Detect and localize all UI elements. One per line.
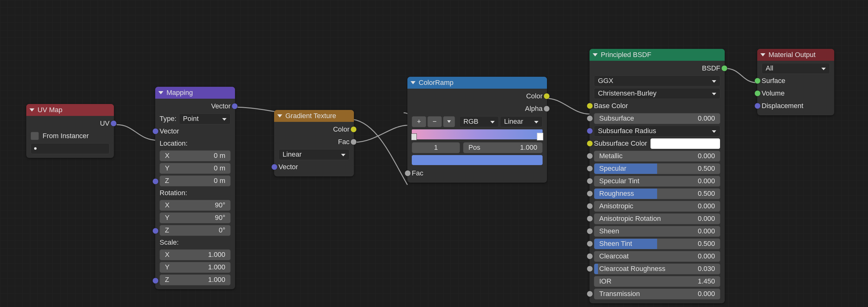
socket-in[interactable] <box>587 115 593 121</box>
socket-in[interactable] <box>587 228 593 234</box>
bsdf-specular[interactable]: Specular0.500 <box>594 163 720 174</box>
bsdf-subsurface-color-swatch[interactable] <box>650 138 720 149</box>
socket-scale[interactable] <box>152 278 159 284</box>
bsdf-roughness[interactable]: Roughness0.500 <box>594 188 720 199</box>
socket-in-vector[interactable] <box>152 128 159 134</box>
rot-z[interactable]: Z0° <box>160 225 230 236</box>
socket-in[interactable] <box>587 128 593 134</box>
socket-out-alpha[interactable] <box>544 106 550 112</box>
mapping-in-vector[interactable]: Vector <box>155 125 235 138</box>
ramp-interp-select[interactable]: Linear <box>500 116 542 127</box>
gradient-type-select[interactable]: Linear <box>278 149 349 160</box>
socket-out-bsdf[interactable] <box>721 65 727 72</box>
checkbox-from-instancer[interactable] <box>31 132 39 140</box>
colorramp-out-color[interactable]: Color <box>407 90 547 103</box>
socket-out-color[interactable] <box>350 126 357 133</box>
mapping-out-vector[interactable]: Vector <box>155 100 235 112</box>
socket-out-color[interactable] <box>544 93 550 99</box>
socket-in[interactable] <box>587 253 593 259</box>
colorramp-header[interactable]: ColorRamp <box>407 77 547 89</box>
output-target-select[interactable]: All <box>762 63 830 74</box>
socket-in[interactable] <box>587 165 593 172</box>
ramp-add-button[interactable]: + <box>412 116 426 127</box>
bsdf-specular-tint[interactable]: Specular Tint0.000 <box>594 176 720 187</box>
collapse-icon[interactable] <box>593 53 598 56</box>
bsdf-clearcoat[interactable]: Clearcoat0.000 <box>594 251 720 262</box>
socket-in[interactable] <box>587 216 593 222</box>
socket-displacement[interactable] <box>754 103 761 109</box>
gradient-out-color[interactable]: Color <box>274 123 354 136</box>
ramp-del-button[interactable]: − <box>427 116 442 127</box>
ramp-gradient[interactable] <box>412 130 542 139</box>
socket-location[interactable] <box>152 178 159 185</box>
collapse-icon[interactable] <box>761 53 765 56</box>
node-bsdf[interactable]: Principled BSDF BSDF GGX Christensen-Bur… <box>590 49 725 303</box>
socket-in[interactable] <box>587 153 593 159</box>
socket-out-vector[interactable] <box>231 103 238 109</box>
gradient-in-vector[interactable]: Vector <box>274 161 354 173</box>
scale-y[interactable]: Y1.000 <box>160 262 230 273</box>
output-header[interactable]: Material Output <box>757 49 834 61</box>
bsdf-out[interactable]: BSDF <box>590 62 725 75</box>
socket-in-fac[interactable] <box>405 170 411 176</box>
bsdf-anisotropic-rotation[interactable]: Anisotropic Rotation0.000 <box>594 213 720 224</box>
ramp-stop-0[interactable] <box>411 134 417 140</box>
uvmap-header[interactable]: UV Map <box>26 104 114 116</box>
ramp-pos[interactable]: Pos1.000 <box>463 142 542 153</box>
colorramp-in-fac[interactable]: Fac <box>407 167 547 179</box>
ramp-mode-select[interactable]: RGB <box>459 116 499 127</box>
bsdf-sheen-tint[interactable]: Sheen Tint0.500 <box>594 239 720 249</box>
socket-in[interactable] <box>587 191 593 197</box>
node-gradient[interactable]: Gradient Texture Color Fac Linear Vector <box>274 110 354 176</box>
bsdf-metallic[interactable]: Metallic0.000 <box>594 151 720 162</box>
socket-in[interactable] <box>587 140 593 147</box>
rot-x[interactable]: X90° <box>160 200 230 211</box>
rot-y[interactable]: Y90° <box>160 213 230 223</box>
uvmap-from-instancer[interactable]: From Instancer <box>26 130 114 142</box>
socket-in[interactable] <box>587 266 593 272</box>
bsdf-transmission[interactable]: Transmission0.000 <box>594 288 720 300</box>
output-volume[interactable]: Volume <box>757 87 834 100</box>
scale-z[interactable]: Z1.000 <box>160 274 230 285</box>
ramp-index[interactable]: 1 <box>412 142 460 153</box>
bsdf-base-color[interactable]: Base Color <box>590 100 725 112</box>
socket-in[interactable] <box>587 241 593 247</box>
collapse-icon[interactable] <box>410 81 415 84</box>
socket-in-vector[interactable] <box>271 164 278 170</box>
collapse-icon[interactable] <box>277 114 282 117</box>
socket-in[interactable] <box>587 103 593 109</box>
node-material-output[interactable]: Material Output All Surface Volume Displ… <box>757 49 834 115</box>
uvmap-map-select[interactable] <box>31 143 110 154</box>
socket-out-uv[interactable] <box>111 120 117 127</box>
mapping-header[interactable]: Mapping <box>155 87 235 99</box>
gradient-header[interactable]: Gradient Texture <box>274 110 354 122</box>
ramp-menu-button[interactable] <box>443 116 455 127</box>
socket-in[interactable] <box>587 178 593 184</box>
socket-surface[interactable] <box>754 78 761 84</box>
socket-out-fac[interactable] <box>350 139 357 145</box>
collapse-icon[interactable] <box>158 91 163 94</box>
loc-x[interactable]: X0 m <box>160 150 230 161</box>
socket-volume[interactable] <box>754 90 761 96</box>
gradient-out-fac[interactable]: Fac <box>274 136 354 148</box>
bsdf-subsurface[interactable]: Subsurface0.000 <box>594 113 720 124</box>
colorramp-out-alpha[interactable]: Alpha <box>407 103 547 115</box>
bsdf-clearcoat-roughness[interactable]: Clearcoat Roughness0.030 <box>594 263 720 274</box>
bsdf-subsurface-radius[interactable]: Subsurface Radius <box>594 125 720 137</box>
loc-y[interactable]: Y0 m <box>160 163 230 174</box>
ramp-color-swatch[interactable] <box>412 155 542 165</box>
bsdf-ior[interactable]: IOR1.450 <box>594 276 720 287</box>
socket-rotation[interactable] <box>152 228 159 234</box>
socket-in[interactable] <box>587 291 593 297</box>
node-uvmap[interactable]: UV Map UV From Instancer <box>26 104 114 158</box>
uvmap-output-uv[interactable]: UV <box>26 117 114 130</box>
collapse-icon[interactable] <box>29 108 34 112</box>
bsdf-sheen[interactable]: Sheen0.000 <box>594 226 720 237</box>
node-colorramp[interactable]: ColorRamp Color Alpha + − RGB Linear 1 P… <box>407 77 547 183</box>
socket-in[interactable] <box>587 203 593 209</box>
bsdf-header[interactable]: Principled BSDF <box>590 49 725 61</box>
bsdf-dist-select[interactable]: GGX <box>594 76 720 86</box>
loc-z[interactable]: Z0 m <box>160 175 230 186</box>
scale-x[interactable]: X1.000 <box>160 249 230 260</box>
node-mapping[interactable]: Mapping Vector Type: Point Vector Locati… <box>155 87 235 289</box>
